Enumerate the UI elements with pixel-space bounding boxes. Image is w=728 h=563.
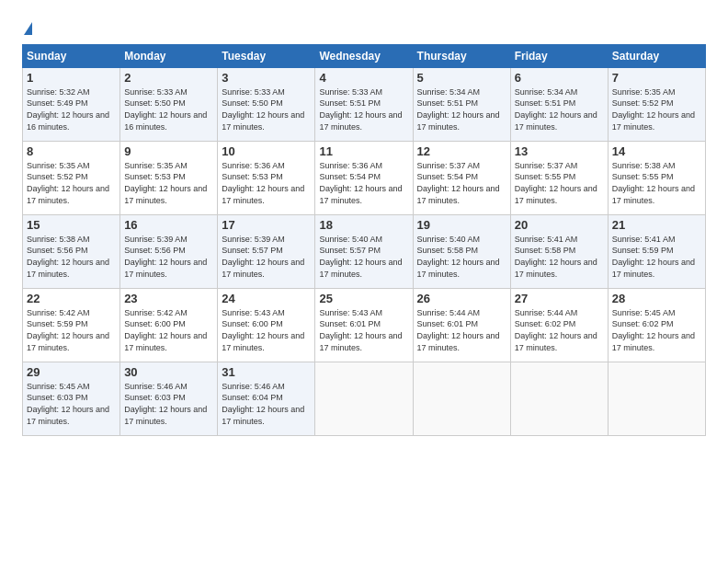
weekday-header-friday: Friday (510, 44, 608, 67)
logo (22, 18, 32, 37)
day-number: 27 (515, 292, 604, 305)
weekday-header-saturday: Saturday (608, 44, 705, 67)
day-info: Sunrise: 5:42 AMSunset: 5:59 PMDaylight:… (27, 308, 109, 352)
day-info: Sunrise: 5:36 AMSunset: 5:54 PMDaylight:… (319, 161, 402, 205)
calendar-cell: 25Sunrise: 5:43 AMSunset: 6:01 PMDayligh… (315, 288, 413, 362)
day-number: 7 (612, 71, 701, 85)
day-info: Sunrise: 5:35 AMSunset: 5:52 PMDaylight:… (27, 161, 109, 205)
calendar-cell: 18Sunrise: 5:40 AMSunset: 5:57 PMDayligh… (315, 214, 413, 288)
day-info: Sunrise: 5:45 AMSunset: 6:02 PMDaylight:… (612, 308, 695, 352)
calendar-cell (413, 362, 510, 435)
calendar-cell: 12Sunrise: 5:37 AMSunset: 5:54 PMDayligh… (413, 141, 510, 214)
calendar-cell: 9Sunrise: 5:35 AMSunset: 5:53 PMDaylight… (120, 141, 218, 214)
calendar-cell: 29Sunrise: 5:45 AMSunset: 6:03 PMDayligh… (23, 362, 120, 435)
calendar-cell (608, 362, 705, 435)
day-number: 10 (222, 144, 311, 158)
calendar-table: SundayMondayTuesdayWednesdayThursdayFrid… (22, 44, 706, 436)
calendar-cell: 14Sunrise: 5:38 AMSunset: 5:55 PMDayligh… (608, 141, 705, 214)
day-number: 25 (319, 292, 408, 305)
calendar-cell: 27Sunrise: 5:44 AMSunset: 6:02 PMDayligh… (510, 288, 608, 362)
day-number: 29 (27, 365, 116, 379)
day-number: 15 (27, 218, 116, 232)
day-number: 14 (612, 144, 701, 158)
day-number: 18 (319, 218, 408, 232)
calendar-cell: 31Sunrise: 5:46 AMSunset: 6:04 PMDayligh… (218, 362, 315, 435)
day-info: Sunrise: 5:44 AMSunset: 6:01 PMDaylight:… (417, 308, 500, 352)
day-info: Sunrise: 5:32 AMSunset: 5:49 PMDaylight:… (27, 87, 109, 132)
calendar-cell: 2Sunrise: 5:33 AMSunset: 5:50 PMDaylight… (120, 67, 218, 141)
weekday-header-wednesday: Wednesday (315, 44, 413, 67)
day-info: Sunrise: 5:37 AMSunset: 5:55 PMDaylight:… (515, 161, 597, 205)
day-number: 3 (222, 71, 311, 85)
day-number: 23 (124, 292, 213, 305)
day-info: Sunrise: 5:40 AMSunset: 5:58 PMDaylight:… (417, 235, 500, 279)
calendar-cell: 19Sunrise: 5:40 AMSunset: 5:58 PMDayligh… (413, 214, 510, 288)
calendar-week-row: 15Sunrise: 5:38 AMSunset: 5:56 PMDayligh… (23, 214, 706, 288)
day-number: 13 (515, 144, 604, 158)
calendar-cell: 3Sunrise: 5:33 AMSunset: 5:50 PMDaylight… (218, 67, 315, 141)
calendar-cell: 20Sunrise: 5:41 AMSunset: 5:58 PMDayligh… (510, 214, 608, 288)
calendar-cell: 4Sunrise: 5:33 AMSunset: 5:51 PMDaylight… (315, 67, 413, 141)
weekday-header-monday: Monday (120, 44, 218, 67)
day-number: 20 (515, 218, 604, 232)
day-info: Sunrise: 5:43 AMSunset: 6:01 PMDaylight:… (319, 308, 402, 352)
day-info: Sunrise: 5:41 AMSunset: 5:58 PMDaylight:… (515, 235, 597, 279)
weekday-header-tuesday: Tuesday (218, 44, 315, 67)
calendar-cell: 23Sunrise: 5:42 AMSunset: 6:00 PMDayligh… (120, 288, 218, 362)
calendar-week-row: 1Sunrise: 5:32 AMSunset: 5:49 PMDaylight… (23, 67, 706, 141)
day-number: 2 (124, 71, 213, 85)
day-info: Sunrise: 5:36 AMSunset: 5:53 PMDaylight:… (222, 161, 304, 205)
day-info: Sunrise: 5:35 AMSunset: 5:53 PMDaylight:… (124, 161, 207, 205)
day-info: Sunrise: 5:34 AMSunset: 5:51 PMDaylight:… (417, 87, 500, 132)
day-number: 8 (27, 144, 116, 158)
day-info: Sunrise: 5:33 AMSunset: 5:50 PMDaylight:… (124, 87, 207, 132)
calendar-cell: 15Sunrise: 5:38 AMSunset: 5:56 PMDayligh… (23, 214, 120, 288)
calendar-cell: 6Sunrise: 5:34 AMSunset: 5:51 PMDaylight… (510, 67, 608, 141)
day-number: 24 (222, 292, 311, 305)
logo-triangle-icon (24, 22, 32, 35)
day-number: 26 (417, 292, 506, 305)
day-info: Sunrise: 5:37 AMSunset: 5:54 PMDaylight:… (417, 161, 500, 205)
day-info: Sunrise: 5:43 AMSunset: 6:00 PMDaylight:… (222, 308, 304, 352)
day-number: 11 (319, 144, 408, 158)
calendar-week-row: 29Sunrise: 5:45 AMSunset: 6:03 PMDayligh… (23, 362, 706, 435)
day-number: 21 (612, 218, 701, 232)
day-info: Sunrise: 5:35 AMSunset: 5:52 PMDaylight:… (612, 87, 695, 132)
day-info: Sunrise: 5:38 AMSunset: 5:55 PMDaylight:… (612, 161, 695, 205)
day-number: 12 (417, 144, 506, 158)
calendar-cell: 28Sunrise: 5:45 AMSunset: 6:02 PMDayligh… (608, 288, 705, 362)
calendar-cell: 17Sunrise: 5:39 AMSunset: 5:57 PMDayligh… (218, 214, 315, 288)
day-info: Sunrise: 5:40 AMSunset: 5:57 PMDaylight:… (319, 235, 402, 279)
calendar-cell: 13Sunrise: 5:37 AMSunset: 5:55 PMDayligh… (510, 141, 608, 214)
calendar-cell: 21Sunrise: 5:41 AMSunset: 5:59 PMDayligh… (608, 214, 705, 288)
header (22, 18, 706, 37)
day-number: 30 (124, 365, 213, 379)
day-info: Sunrise: 5:38 AMSunset: 5:56 PMDaylight:… (27, 235, 109, 279)
day-info: Sunrise: 5:39 AMSunset: 5:56 PMDaylight:… (124, 235, 207, 279)
logo-top (22, 18, 32, 37)
day-number: 6 (515, 71, 604, 85)
day-info: Sunrise: 5:41 AMSunset: 5:59 PMDaylight:… (612, 235, 695, 279)
day-number: 9 (124, 144, 213, 158)
calendar-week-row: 8Sunrise: 5:35 AMSunset: 5:52 PMDaylight… (23, 141, 706, 214)
calendar-cell: 16Sunrise: 5:39 AMSunset: 5:56 PMDayligh… (120, 214, 218, 288)
day-info: Sunrise: 5:33 AMSunset: 5:50 PMDaylight:… (222, 87, 304, 132)
day-info: Sunrise: 5:34 AMSunset: 5:51 PMDaylight:… (515, 87, 597, 132)
day-number: 16 (124, 218, 213, 232)
day-number: 22 (27, 292, 116, 305)
day-info: Sunrise: 5:39 AMSunset: 5:57 PMDaylight:… (222, 235, 304, 279)
calendar-cell: 8Sunrise: 5:35 AMSunset: 5:52 PMDaylight… (23, 141, 120, 214)
weekday-header-row: SundayMondayTuesdayWednesdayThursdayFrid… (23, 44, 706, 67)
day-number: 5 (417, 71, 506, 85)
calendar-cell (315, 362, 413, 435)
calendar-cell: 11Sunrise: 5:36 AMSunset: 5:54 PMDayligh… (315, 141, 413, 214)
calendar-cell: 5Sunrise: 5:34 AMSunset: 5:51 PMDaylight… (413, 67, 510, 141)
weekday-header-thursday: Thursday (413, 44, 510, 67)
day-info: Sunrise: 5:33 AMSunset: 5:51 PMDaylight:… (319, 87, 402, 132)
calendar-cell: 1Sunrise: 5:32 AMSunset: 5:49 PMDaylight… (23, 67, 120, 141)
calendar-week-row: 22Sunrise: 5:42 AMSunset: 5:59 PMDayligh… (23, 288, 706, 362)
day-info: Sunrise: 5:45 AMSunset: 6:03 PMDaylight:… (27, 382, 109, 426)
day-info: Sunrise: 5:46 AMSunset: 6:03 PMDaylight:… (124, 382, 207, 426)
calendar-cell: 24Sunrise: 5:43 AMSunset: 6:00 PMDayligh… (218, 288, 315, 362)
calendar-cell: 30Sunrise: 5:46 AMSunset: 6:03 PMDayligh… (120, 362, 218, 435)
